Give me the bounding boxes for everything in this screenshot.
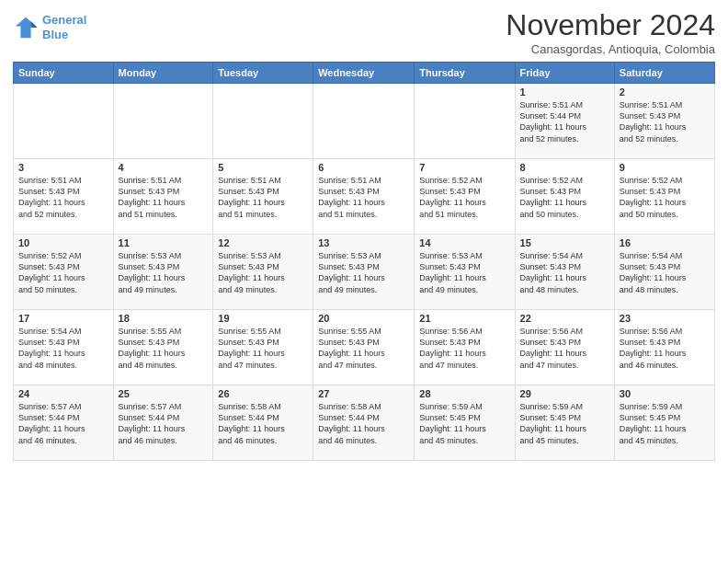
logo-area: General Blue (13, 13, 86, 41)
day-header-sunday: Sunday (14, 63, 114, 84)
calendar-cell: 9Sunrise: 5:52 AM Sunset: 5:43 PM Daylig… (614, 159, 714, 235)
calendar-cell: 14Sunrise: 5:53 AM Sunset: 5:43 PM Dayli… (415, 235, 515, 310)
calendar-cell: 16Sunrise: 5:54 AM Sunset: 5:43 PM Dayli… (614, 235, 714, 310)
day-info: Sunrise: 5:51 AM Sunset: 5:43 PM Dayligh… (620, 99, 710, 144)
page: General Blue November 2024 Canasgordas, … (0, 0, 728, 563)
day-info: Sunrise: 5:52 AM Sunset: 5:43 PM Dayligh… (520, 175, 609, 220)
day-number: 15 (520, 237, 609, 248)
calendar-cell (14, 84, 114, 159)
day-info: Sunrise: 5:58 AM Sunset: 5:44 PM Dayligh… (318, 401, 409, 446)
day-info: Sunrise: 5:51 AM Sunset: 5:44 PM Dayligh… (520, 99, 609, 144)
day-info: Sunrise: 5:54 AM Sunset: 5:43 PM Dayligh… (520, 250, 609, 295)
day-info: Sunrise: 5:51 AM Sunset: 5:43 PM Dayligh… (318, 175, 409, 220)
calendar-cell: 30Sunrise: 5:59 AM Sunset: 5:45 PM Dayli… (614, 385, 714, 461)
day-number: 21 (419, 313, 509, 324)
calendar-cell: 23Sunrise: 5:56 AM Sunset: 5:43 PM Dayli… (614, 310, 714, 385)
week-row-0: 1Sunrise: 5:51 AM Sunset: 5:44 PM Daylig… (14, 84, 715, 159)
calendar-cell: 15Sunrise: 5:54 AM Sunset: 5:43 PM Dayli… (515, 235, 614, 310)
day-number: 2 (620, 86, 710, 98)
day-number: 12 (218, 237, 308, 248)
day-info: Sunrise: 5:51 AM Sunset: 5:43 PM Dayligh… (218, 175, 308, 220)
day-info: Sunrise: 5:53 AM Sunset: 5:43 PM Dayligh… (318, 250, 409, 295)
day-number: 18 (119, 313, 209, 324)
day-info: Sunrise: 5:56 AM Sunset: 5:43 PM Dayligh… (520, 326, 609, 371)
day-number: 13 (318, 237, 409, 248)
calendar-cell: 12Sunrise: 5:53 AM Sunset: 5:43 PM Dayli… (213, 235, 313, 310)
calendar-cell: 19Sunrise: 5:55 AM Sunset: 5:43 PM Dayli… (213, 310, 313, 385)
day-info: Sunrise: 5:52 AM Sunset: 5:43 PM Dayligh… (419, 175, 509, 220)
title-area: November 2024 Canasgordas, Antioquia, Co… (506, 9, 715, 56)
calendar-cell: 7Sunrise: 5:52 AM Sunset: 5:43 PM Daylig… (415, 159, 515, 235)
day-info: Sunrise: 5:59 AM Sunset: 5:45 PM Dayligh… (419, 401, 509, 446)
day-number: 11 (119, 237, 209, 248)
day-header-thursday: Thursday (415, 63, 515, 84)
calendar-cell: 4Sunrise: 5:51 AM Sunset: 5:43 PM Daylig… (113, 159, 213, 235)
day-info: Sunrise: 5:59 AM Sunset: 5:45 PM Dayligh… (620, 401, 710, 446)
calendar-cell: 24Sunrise: 5:57 AM Sunset: 5:44 PM Dayli… (14, 385, 114, 461)
day-number: 25 (119, 388, 209, 399)
day-header-wednesday: Wednesday (313, 63, 415, 84)
day-info: Sunrise: 5:59 AM Sunset: 5:45 PM Dayligh… (520, 401, 609, 446)
day-info: Sunrise: 5:52 AM Sunset: 5:43 PM Dayligh… (18, 250, 108, 295)
day-number: 9 (620, 162, 710, 173)
day-number: 1 (520, 86, 609, 98)
day-number: 28 (419, 388, 509, 399)
day-info: Sunrise: 5:55 AM Sunset: 5:43 PM Dayligh… (318, 326, 409, 371)
calendar-cell: 25Sunrise: 5:57 AM Sunset: 5:44 PM Dayli… (113, 385, 213, 461)
day-info: Sunrise: 5:55 AM Sunset: 5:43 PM Dayligh… (218, 326, 308, 371)
day-number: 24 (18, 388, 108, 399)
calendar-cell: 2Sunrise: 5:51 AM Sunset: 5:43 PM Daylig… (614, 84, 714, 159)
day-number: 10 (18, 237, 108, 248)
calendar-cell: 8Sunrise: 5:52 AM Sunset: 5:43 PM Daylig… (515, 159, 614, 235)
week-row-1: 3Sunrise: 5:51 AM Sunset: 5:43 PM Daylig… (14, 159, 715, 235)
week-row-3: 17Sunrise: 5:54 AM Sunset: 5:43 PM Dayli… (14, 310, 715, 385)
calendar-cell: 26Sunrise: 5:58 AM Sunset: 5:44 PM Dayli… (213, 385, 313, 461)
header: General Blue November 2024 Canasgordas, … (13, 9, 715, 56)
calendar-cell (415, 84, 515, 159)
day-number: 4 (119, 162, 209, 173)
day-info: Sunrise: 5:54 AM Sunset: 5:43 PM Dayligh… (620, 250, 710, 295)
logo-line1: General (42, 13, 86, 27)
day-number: 7 (419, 162, 509, 173)
calendar-cell: 11Sunrise: 5:53 AM Sunset: 5:43 PM Dayli… (113, 235, 213, 310)
calendar-cell (113, 84, 213, 159)
day-header-row: SundayMondayTuesdayWednesdayThursdayFrid… (14, 63, 715, 84)
calendar-cell: 18Sunrise: 5:55 AM Sunset: 5:43 PM Dayli… (113, 310, 213, 385)
day-number: 29 (520, 388, 609, 399)
day-info: Sunrise: 5:51 AM Sunset: 5:43 PM Dayligh… (18, 175, 108, 220)
day-number: 5 (218, 162, 308, 173)
calendar-cell: 3Sunrise: 5:51 AM Sunset: 5:43 PM Daylig… (14, 159, 114, 235)
calendar-cell: 27Sunrise: 5:58 AM Sunset: 5:44 PM Dayli… (313, 385, 415, 461)
day-info: Sunrise: 5:56 AM Sunset: 5:43 PM Dayligh… (419, 326, 509, 371)
day-number: 16 (620, 237, 710, 248)
calendar-cell: 5Sunrise: 5:51 AM Sunset: 5:43 PM Daylig… (213, 159, 313, 235)
day-header-tuesday: Tuesday (213, 63, 313, 84)
day-info: Sunrise: 5:52 AM Sunset: 5:43 PM Dayligh… (620, 175, 710, 220)
day-info: Sunrise: 5:56 AM Sunset: 5:43 PM Dayligh… (620, 326, 710, 371)
calendar-cell: 20Sunrise: 5:55 AM Sunset: 5:43 PM Dayli… (313, 310, 415, 385)
calendar: SundayMondayTuesdayWednesdayThursdayFrid… (13, 62, 715, 461)
day-header-monday: Monday (113, 63, 213, 84)
day-number: 22 (520, 313, 609, 324)
calendar-cell: 21Sunrise: 5:56 AM Sunset: 5:43 PM Dayli… (415, 310, 515, 385)
calendar-cell: 13Sunrise: 5:53 AM Sunset: 5:43 PM Dayli… (313, 235, 415, 310)
day-number: 27 (318, 388, 409, 399)
day-info: Sunrise: 5:53 AM Sunset: 5:43 PM Dayligh… (218, 250, 308, 295)
logo-line2: Blue (42, 28, 86, 42)
day-number: 3 (18, 162, 108, 173)
day-info: Sunrise: 5:51 AM Sunset: 5:43 PM Dayligh… (119, 175, 209, 220)
day-info: Sunrise: 5:57 AM Sunset: 5:44 PM Dayligh… (119, 401, 209, 446)
calendar-cell: 1Sunrise: 5:51 AM Sunset: 5:44 PM Daylig… (515, 84, 614, 159)
calendar-cell: 28Sunrise: 5:59 AM Sunset: 5:45 PM Dayli… (415, 385, 515, 461)
location-subtitle: Canasgordas, Antioquia, Colombia (506, 42, 715, 56)
calendar-header: SundayMondayTuesdayWednesdayThursdayFrid… (14, 63, 715, 84)
day-number: 14 (419, 237, 509, 248)
calendar-cell: 10Sunrise: 5:52 AM Sunset: 5:43 PM Dayli… (14, 235, 114, 310)
day-info: Sunrise: 5:54 AM Sunset: 5:43 PM Dayligh… (18, 326, 108, 371)
day-number: 8 (520, 162, 609, 173)
day-info: Sunrise: 5:58 AM Sunset: 5:44 PM Dayligh… (218, 401, 308, 446)
day-number: 19 (218, 313, 308, 324)
logo-icon (13, 15, 39, 40)
calendar-cell (213, 84, 313, 159)
calendar-cell: 29Sunrise: 5:59 AM Sunset: 5:45 PM Dayli… (515, 385, 614, 461)
